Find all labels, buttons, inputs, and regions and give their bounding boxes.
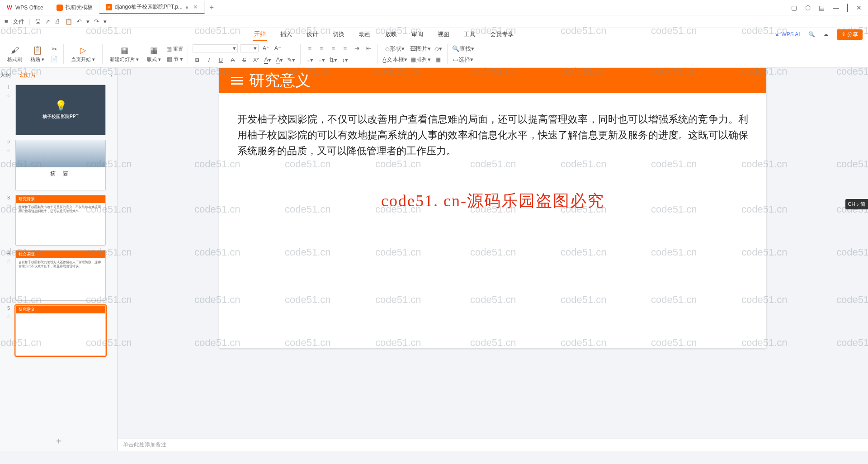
slide[interactable]: 研究意义 开发柚子校园影院，不仅可以改善用户查看信息难的局面，还可以提高管理效率… (219, 68, 766, 348)
cut-icon[interactable]: ✂ (50, 45, 59, 54)
strikethrough-icon[interactable]: S̶ (240, 56, 249, 65)
thumb-body: 当前柚子校园影院的管理方式还停留在人工管理阶段，这种管理方式不仅效率低下，而且容… (16, 258, 105, 270)
section-button[interactable]: ▦ 节 ▾ (166, 55, 183, 64)
align-right-icon[interactable]: ≡ (329, 44, 338, 53)
star-icon[interactable]: ☆ (6, 313, 11, 319)
star-icon[interactable]: ☆ (6, 258, 11, 264)
slide-thumbnail-2[interactable]: 摘 要 (15, 140, 106, 190)
print-icon[interactable]: 🖨 (55, 18, 61, 25)
group-icon[interactable]: ▦ (434, 55, 443, 64)
line-spacing-icon[interactable]: ⇅▾ (329, 56, 338, 65)
star-icon[interactable]: ☆ (6, 203, 11, 209)
ribbon-tab-insert[interactable]: 插入 (279, 28, 293, 40)
collapse-panel-icon[interactable]: ‹ (111, 72, 113, 79)
ribbon-tab-design[interactable]: 设计 (306, 28, 319, 40)
minimize-icon[interactable]: — (833, 4, 839, 11)
tab-wps-office[interactable]: W WPS Office (0, 1, 50, 14)
star-icon[interactable]: ☆ (6, 148, 11, 154)
picture-button[interactable]: 🖼 图片 ▾ (410, 44, 431, 53)
share-button[interactable]: ⇪ 分享 (837, 29, 863, 40)
superscript-icon[interactable]: X² (251, 56, 260, 65)
font-size-select[interactable]: ▾ (241, 44, 259, 52)
ribbon-tab-slideshow[interactable]: 放映 (384, 28, 398, 40)
ime-indicator[interactable]: CH ♪ 简 (845, 199, 868, 209)
copy-icon[interactable]: 📄 (50, 55, 59, 64)
shape-button[interactable]: ◇ 形状 ▾ (382, 44, 407, 53)
increase-font-icon[interactable]: A⁺ (261, 44, 270, 53)
window-control-icon[interactable]: ▢ (791, 4, 797, 11)
eyedropper-icon[interactable]: ✎▾ (287, 56, 296, 65)
textbox-button[interactable]: A̲ 文本框 ▾ (382, 55, 407, 64)
save-icon[interactable]: 🖫 (35, 18, 41, 25)
font-color-icon[interactable]: A▾ (263, 56, 272, 65)
tab-docao[interactable]: 找稻壳模板 (50, 1, 99, 14)
toolbar: 🖌格式刷 📋粘贴 ▾ ✂📄 ▷当页开始 ▾ ▦新建幻灯片 ▾ ▦版式 ▾ ▦ 重… (0, 41, 868, 68)
tab-document[interactable]: P django柚子校园影院PPT.p... ● ✕ (99, 1, 205, 14)
ribbon-tab-transition[interactable]: 切换 (332, 28, 345, 40)
thumbnails-list: 1☆ 💡 柚子校园影院PPT 2☆ 摘 要 3☆ 研究背景 开发柚子校园影院有着… (0, 83, 117, 430)
center-watermark: code51. cn-源码乐园盗图必究 (219, 190, 766, 212)
slide-thumbnail-5[interactable]: 研究意义 (15, 305, 106, 356)
slide-thumbnail-3[interactable]: 研究背景 开发柚子校园影院有着十分重要的意义，不仅能够有效提高用户查看信息的效率… (15, 195, 106, 246)
outline-tab[interactable]: 大纲 (0, 71, 11, 79)
start-from-current-button[interactable]: ▷当页开始 ▾ (68, 45, 98, 63)
redo-icon[interactable]: ↷ (94, 18, 99, 25)
thumb-header: 研究背景 (16, 195, 105, 203)
thumb-body: 开发柚子校园影院有着十分重要的意义，不仅能够有效提高用户查看信息的效率，还可以提… (16, 203, 105, 215)
search-icon[interactable]: 🔍 (808, 31, 815, 38)
align-justify-icon[interactable]: ≡ (340, 44, 349, 53)
align-center-icon[interactable]: ≡ (317, 44, 326, 53)
slide-thumbnail-1[interactable]: 💡 柚子校园影院PPT (15, 85, 106, 135)
decrease-indent-icon[interactable]: ⇤ (364, 44, 373, 53)
notes-pane[interactable]: 单击此处添加备注 (118, 439, 868, 451)
ribbon-tab-review[interactable]: 审阅 (410, 28, 424, 40)
export-icon[interactable]: ↗ (45, 18, 50, 25)
menu-icon[interactable]: ≡ (5, 18, 8, 25)
highlight-icon[interactable]: A▾ (275, 56, 284, 65)
style-icon[interactable]: ◇▾ (434, 44, 443, 53)
cloud-icon[interactable]: ☁ (823, 31, 829, 38)
numbering-icon[interactable]: ≡▾ (317, 56, 326, 65)
wps-ai-button[interactable]: ▲ WPS AI (774, 31, 800, 38)
italic-icon[interactable]: I (204, 56, 213, 65)
layout-button[interactable]: ▦版式 ▾ (144, 45, 164, 63)
font-family-select[interactable]: ▾ (193, 44, 238, 52)
strike-icon[interactable]: A̶ (228, 56, 237, 65)
add-slide-button[interactable]: ＋ (0, 430, 117, 451)
slide-thumbnail-4[interactable]: 社会调查 当前柚子校园影院的管理方式还停留在人工管理阶段，这种管理方式不仅效率低… (15, 250, 106, 301)
ribbon-tab-tools[interactable]: 工具 (463, 28, 476, 40)
file-menu[interactable]: 文件 (13, 18, 24, 26)
align-left-icon[interactable]: ≡ (305, 44, 314, 53)
format-brush-button[interactable]: 🖌格式刷 (5, 46, 25, 63)
ribbon-tab-animation[interactable]: 动画 (358, 28, 372, 40)
text-direction-icon[interactable]: ↕▾ (340, 56, 349, 65)
increase-indent-icon[interactable]: ⇥ (352, 44, 361, 53)
maximize-icon[interactable] (847, 4, 848, 11)
print-preview-icon[interactable]: 📋 (65, 18, 72, 25)
close-window-icon[interactable]: ✕ (856, 4, 862, 11)
window-control-icon[interactable]: ▤ (819, 4, 825, 11)
underline-icon[interactable]: U (216, 56, 225, 65)
undo-icon[interactable]: ↶ (77, 18, 82, 25)
ribbon-tab-start[interactable]: 开始 (253, 28, 267, 41)
canvas-scroll[interactable]: 研究意义 开发柚子校园影院，不仅可以改善用户查看信息难的局面，还可以提高管理效率… (118, 68, 868, 439)
reset-button[interactable]: ▦ 重置 (166, 45, 183, 54)
star-icon[interactable]: ☆ (6, 93, 11, 99)
ribbon-tab-view[interactable]: 视图 (437, 28, 450, 40)
slides-tab[interactable]: 幻灯片 (20, 71, 36, 79)
window-control-icon[interactable]: ⬡ (805, 4, 811, 11)
select-button[interactable]: ▭ 选择 ▾ (452, 55, 474, 64)
paste-button[interactable]: 📋粘贴 ▾ (28, 45, 47, 63)
decrease-font-icon[interactable]: A⁻ (273, 44, 282, 53)
close-icon[interactable]: ✕ (193, 4, 198, 10)
new-slide-button[interactable]: ▦新建幻灯片 ▾ (107, 45, 142, 63)
find-button[interactable]: 🔍 查找 ▾ (452, 44, 474, 53)
ribbon-tab-member[interactable]: 会员专享 (489, 28, 514, 40)
add-tab-button[interactable]: ＋ (205, 3, 218, 12)
bold-icon[interactable]: B (193, 56, 202, 65)
slides-panel: 大纲 幻灯片 ‹ 1☆ 💡 柚子校园影院PPT 2☆ 摘 要 3☆ (0, 68, 118, 451)
main-area: 大纲 幻灯片 ‹ 1☆ 💡 柚子校园影院PPT 2☆ 摘 要 3☆ (0, 68, 868, 451)
bullets-icon[interactable]: ≡▾ (305, 56, 314, 65)
thumb-title: 摘 要 (16, 167, 105, 180)
arrange-button[interactable]: ▦ 排列 ▾ (410, 55, 431, 64)
